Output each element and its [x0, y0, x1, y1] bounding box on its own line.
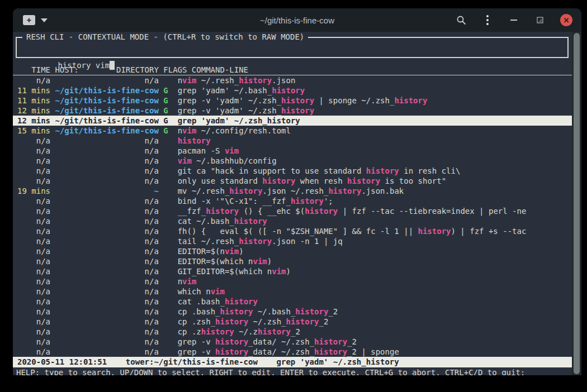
history-row[interactable]: n/a n/a cp .bash_history ~/.bash_history…: [13, 307, 572, 317]
resh-mode-title: RESH CLI - CONTEXTUAL MODE - (CTRL+R to …: [22, 32, 308, 42]
history-row[interactable]: n/a n/a which nvim: [13, 286, 572, 297]
history-row[interactable]: n/a n/a EDITOR=$(nvim): [13, 246, 572, 256]
search-icon[interactable]: [455, 14, 467, 26]
history-row[interactable]: n/a n/a vim ~/.bashhub/config: [13, 156, 572, 166]
history-row[interactable]: 11 mins ~/git/this-is-fine-cow G grep 'y…: [13, 85, 572, 95]
history-row[interactable]: n/a n/a git ca "hack in support to use s…: [13, 166, 572, 176]
history-row[interactable]: n/a n/a GIT_EDITOR=$(which nvim): [13, 266, 572, 276]
history-row[interactable]: 15 mins ~/git/this-is-fine-cow G nvim ~/…: [13, 126, 572, 136]
history-row[interactable]: n/a n/a cat ~/.bash_history: [13, 216, 572, 226]
history-row[interactable]: 19 mins ~ mv ~/.resh_history.json ~/.res…: [13, 186, 572, 196]
scrollbar-thumb[interactable]: [574, 33, 580, 374]
text-cursor: [110, 61, 115, 70]
history-row[interactable]: 12 mins ~/git/this-is-fine-cow G grep -v…: [13, 106, 572, 116]
history-row[interactable]: n/a n/a cp .zsh_history ~/.zsh_history_2: [13, 317, 572, 327]
history-row-selected[interactable]: 12 mins ~/git/this-is-fine-cow G grep 'y…: [13, 116, 572, 126]
history-row[interactable]: n/a n/a nvim: [13, 276, 572, 286]
history-row[interactable]: n/a n/a bind -x '"\C-x1": __fzf_history'…: [13, 196, 572, 206]
resh-query-box: RESH CLI - CONTEXTUAL MODE - (CTRL+R to …: [16, 37, 569, 58]
search-query-input[interactable]: history vim: [58, 61, 110, 70]
selected-entry-status-bar: 2020-05-11 12:01:51 tower:~/git/this-is-…: [13, 357, 572, 367]
history-row[interactable]: n/a n/a grep -v history_data/ ~/.zsh_his…: [13, 347, 572, 357]
history-row[interactable]: n/a n/a only use standard history when r…: [13, 176, 572, 186]
restore-button[interactable]: [534, 14, 546, 26]
help-bar: HELP: type to search, UP/DOWN to select,…: [13, 367, 572, 375]
history-row[interactable]: n/a n/a fh() { eval $( ([ -n "$ZSH_NAME"…: [13, 226, 572, 236]
history-row[interactable]: n/a n/a cat .bash_history: [13, 297, 572, 307]
terminal-window: ~/git/this-is-fine-cow ✕: [13, 8, 581, 375]
history-row[interactable]: n/a n/a grep -v history_data/ ~/.zsh_his…: [13, 337, 572, 347]
chevron-down-icon[interactable]: [41, 18, 48, 22]
menu-kebab-icon[interactable]: [481, 14, 494, 26]
history-row[interactable]: 11 mins ~/git/this-is-fine-cow G grep -v…: [13, 95, 572, 106]
history-row[interactable]: n/a n/a __fzf_history () { __ehc $(histo…: [13, 206, 572, 216]
history-row[interactable]: n/a n/a nvim ~/.resh_history.json: [13, 75, 572, 85]
history-row[interactable]: n/a n/a pacman -S vim: [13, 146, 572, 156]
terminal-content: RESH CLI - CONTEXTUAL MODE - (CTRL+R to …: [13, 32, 581, 375]
minimize-button[interactable]: [508, 14, 520, 26]
scrollbar-track[interactable]: [572, 32, 581, 375]
titlebar: ~/git/this-is-fine-cow ✕: [13, 8, 581, 32]
new-tab-icon[interactable]: [23, 15, 35, 25]
history-row[interactable]: n/a n/a cp .zhistory ~/.zhistory_2: [13, 327, 572, 337]
close-button[interactable]: ✕: [560, 14, 572, 26]
history-row[interactable]: n/a n/a history: [13, 136, 572, 146]
history-table-body: n/a n/a nvim ~/.resh_history.json11 mins…: [13, 75, 572, 357]
history-row[interactable]: n/a n/a tail ~/.resh_history.json -n 1 |…: [13, 236, 572, 246]
history-row[interactable]: n/a n/a EDITOR=$(which nvim): [13, 256, 572, 266]
